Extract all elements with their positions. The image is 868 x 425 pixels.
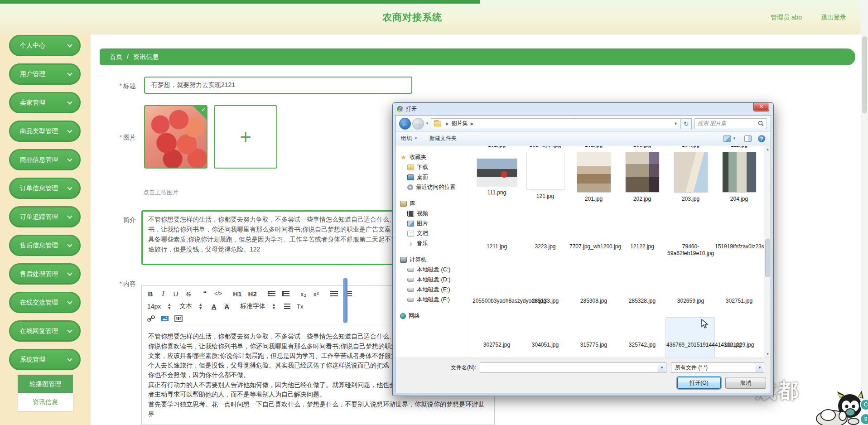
file-item[interactable]: 315775.jpg [569,342,618,348]
nav-network[interactable]: 网络 [400,311,469,321]
refresh-button[interactable]: ↻ [681,118,692,129]
nav-disk-d[interactable]: 本地磁盘 (D:) [400,275,469,285]
highlight-color-button[interactable]: A [223,303,230,310]
nav-desktop[interactable]: 桌面 [400,172,469,182]
sidebar-subitem-carousel-mgmt[interactable]: 轮播图管理 [18,375,73,393]
page-scrollbar[interactable] [861,0,868,425]
strikethrough-button[interactable]: S [185,290,192,298]
scroll-down-icon[interactable]: ▼ [764,351,771,357]
scroll-up-icon[interactable]: ▲ [764,146,771,153]
file-item[interactable]: 103.jpg [618,146,666,149]
sidebar-item-personal-center[interactable]: 个人中心 [9,35,81,56]
help-icon[interactable]: ? [758,135,765,142]
sidebar-item-seller-mgmt[interactable]: 卖家管理 [9,92,81,113]
file-item[interactable]: 121.jpg [521,152,569,203]
file-item[interactable]: 203.jpg [666,152,715,203]
heading1-button[interactable]: H1 [233,290,241,298]
contact-icon[interactable]: C [860,399,868,411]
italic-button[interactable]: I [160,290,166,298]
file-item[interactable]: 1001229.jpg [715,342,763,348]
file-item[interactable]: 285328.jpg [618,298,666,304]
address-bar[interactable]: ▶ 图片集 ▶ ▼ [431,118,681,129]
file-item[interactable]: 201.jpg [569,152,618,203]
subscript-button[interactable]: x₂ [300,290,307,298]
heading2-button[interactable]: H2 [248,290,257,298]
file-item[interactable]: 111.png [473,152,521,203]
file-item[interactable]: 12122.jpg [618,243,666,257]
new-folder-button[interactable]: 新建文件夹 [429,135,457,142]
breadcrumb-home-link[interactable]: 首页 [110,53,122,60]
address-path[interactable]: 图片集 [452,120,468,127]
file-item[interactable]: 205500b3yaoh8aszydyoon.jpg [473,298,521,304]
file-item[interactable]: 102.jpg [569,146,618,149]
change-view-icon[interactable] [723,135,731,142]
ordered-list-icon[interactable] [268,291,275,296]
insert-video-icon[interactable] [174,315,183,322]
file-item[interactable]: 325742.jpg [618,342,666,348]
nav-disk-c[interactable]: 本地磁盘 (C:) [400,265,469,275]
blockquote-button[interactable]: ❝ [202,290,208,298]
uploaded-image-thumbnail[interactable]: ✓ [144,105,207,169]
chevron-down-icon[interactable]: ▼ [733,136,736,140]
filename-input[interactable]: ▼ [480,362,666,373]
add-image-button[interactable]: + [214,105,277,169]
code-block-button[interactable]: </> [214,290,222,297]
nav-documents[interactable]: 文档 [400,228,469,238]
sidebar-item-order-info-mgmt[interactable]: 订单信息管理 [9,178,81,199]
outdent-icon[interactable] [330,291,338,296]
sidebar-item-online-reply-mgmt[interactable]: 在线回复管理 [9,320,81,342]
file-item[interactable]: 285308.jpg [569,298,618,304]
search-input[interactable]: 搜索 图片集 [694,118,767,129]
file-item[interactable]: 104.jpg [666,146,715,149]
nav-disk-f[interactable]: 本地磁盘 (F:) [400,295,469,304]
filetype-dropdown-icon[interactable]: ▼ [756,363,763,372]
paragraph-style-select[interactable]: 文本▲▼ [179,302,203,310]
font-size-select[interactable]: 14px▲▼ [147,303,171,310]
open-button[interactable]: 打开(O) [677,377,721,389]
filetype-select[interactable]: 所有文件 (*.*) ▼ [671,362,764,373]
dialog-close-button[interactable]: ✕ [753,103,769,111]
file-item[interactable]: 7707.jpg_wh1200.jpg [569,243,618,257]
clear-format-button[interactable]: Tx [297,303,303,310]
address-dropdown-icon[interactable]: ▼ [674,121,678,126]
file-item[interactable]: 302752.jpg [473,342,521,348]
sidebar-item-order-track-mgmt[interactable]: 订单追踪管理 [9,206,81,227]
file-item[interactable]: 101.jpg [473,146,521,149]
sidebar-item-system-mgmt[interactable]: 系统管理 [9,349,81,370]
preview-pane-icon[interactable] [744,135,752,142]
file-item[interactable]: 204.jpg [715,152,763,203]
nav-libraries[interactable]: 库 [400,198,469,208]
nav-music[interactable]: ♪音乐 [400,238,469,248]
underline-button[interactable]: U [173,290,179,298]
file-item[interactable]: 111.jpg [715,146,763,149]
file-item-hovered[interactable]: 436769_201519144414312.jpg [666,342,715,348]
sidebar-item-user-mgmt[interactable]: 用户管理 [9,63,81,85]
line-height-icon[interactable] [284,304,290,309]
insert-link-icon[interactable] [147,315,155,322]
sidebar-item-product-type-mgmt[interactable]: 商品类型管理 [9,121,81,142]
nav-computer[interactable]: 计算机 [400,255,469,265]
organize-button[interactable]: 组织▼ [401,135,420,142]
history-dropdown-icon[interactable]: ▼ [425,121,429,126]
back-button[interactable]: ← [399,118,411,130]
font-family-select[interactable]: 标准字体▲▼ [240,302,276,310]
editor-scrollbar[interactable] [343,278,347,323]
nav-recent-places[interactable]: 最近访问的位置 [400,182,469,192]
contact-icon[interactable]: 9 [860,413,868,425]
sidebar-item-aftersale-info-mgmt[interactable]: 售后信息管理 [9,235,81,256]
logout-link[interactable]: 退出登录 [821,14,846,21]
sidebar-subitem-news-info[interactable]: 资讯信息 [18,393,73,411]
file-item[interactable]: 302659.jpg [666,298,715,304]
file-item[interactable]: 3223.jpg [521,243,569,257]
dialog-titlebar[interactable]: 打开 [393,103,773,115]
nav-downloads[interactable]: 下载 [400,162,469,172]
scrollbar-thumb[interactable] [765,239,770,277]
file-item[interactable]: 285133.jpg [521,298,569,304]
file-item[interactable]: 79460-59a62feb19e10.jpg [666,243,715,257]
nav-pictures[interactable]: 图片 [400,218,469,228]
file-item[interactable]: 151919ifsfzav0lz23sfqf.jpg [715,243,763,257]
cancel-button[interactable]: 取消 [725,377,766,389]
forward-button[interactable]: → [412,118,424,130]
title-input[interactable] [144,77,412,94]
file-item[interactable]: 304051.jpg [521,342,569,348]
